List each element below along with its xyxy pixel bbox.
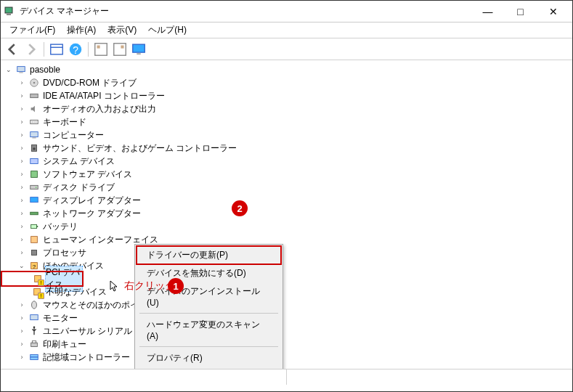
expander-icon[interactable]: › <box>17 78 27 88</box>
tree-node[interactable]: › システム デバイス <box>1 155 572 168</box>
svg-point-20 <box>36 121 36 122</box>
expander-icon[interactable]: › <box>17 352 27 362</box>
device-category-icon <box>28 77 40 89</box>
tree-node-label: DVD/CD-ROM ドライブ <box>43 77 137 89</box>
tree-node[interactable]: › コンピューター <box>1 128 572 142</box>
menu-help[interactable]: ヘルプ(H) <box>142 23 192 38</box>
svg-rect-22 <box>32 138 36 139</box>
menu-file[interactable]: ファイル(F) <box>4 23 61 38</box>
svg-rect-12 <box>17 67 25 72</box>
svg-rect-0 <box>5 7 12 13</box>
window-title: デバイス マネージャー <box>20 5 471 17</box>
minimize-button[interactable]: — <box>471 1 504 22</box>
expander-icon[interactable]: › <box>17 169 27 179</box>
expander-icon[interactable]: ⌄ <box>17 261 27 271</box>
view-button-2[interactable] <box>111 41 129 58</box>
tree-area[interactable]: ⌄ pasoble › DVD/CD-ROM ドライブ › IDE ATA/AT… <box>1 60 572 369</box>
svg-rect-2 <box>51 44 63 54</box>
tree-node-label: コンピューター <box>43 129 104 142</box>
expander-icon[interactable]: › <box>17 117 27 127</box>
tree-node[interactable]: › IDE ATA/ATAPI コントローラー <box>1 89 572 102</box>
svg-rect-30 <box>31 212 38 215</box>
expander-icon[interactable]: ⌄ <box>4 65 14 75</box>
close-button[interactable]: ✕ <box>537 1 569 22</box>
expander-icon[interactable]: › <box>17 234 27 245</box>
tree-node[interactable]: › 印刷キュー <box>1 338 572 351</box>
device-category-icon <box>28 312 40 324</box>
svg-rect-16 <box>31 94 38 97</box>
expander-icon[interactable]: › <box>17 208 27 219</box>
tree-node[interactable]: › マウスとそのほかのポインティング デバイス <box>1 298 572 311</box>
tree-node-unknown-device[interactable]: ! 不明なデバイス <box>1 285 572 298</box>
tree-root[interactable]: ⌄ pasoble <box>1 63 572 76</box>
tree-node[interactable]: › ディスプレイ アダプター <box>1 194 572 207</box>
tree-node[interactable]: › サウンド、ビデオ、およびゲーム コントローラー <box>1 142 572 155</box>
device-category-icon <box>28 247 40 258</box>
svg-rect-21 <box>31 132 38 137</box>
tree-node-label: モニター <box>43 312 78 324</box>
svg-point-39 <box>32 301 37 309</box>
toolbar-separator <box>88 42 89 57</box>
device-category-icon <box>28 129 40 141</box>
show-hidden-button[interactable] <box>48 41 65 58</box>
tree-node[interactable]: › プロセッサ <box>1 246 572 259</box>
titlebar: デバイス マネージャー — □ ✕ <box>1 1 572 23</box>
expander-icon[interactable]: › <box>17 300 27 310</box>
annotation-bubble-2: 2 <box>232 200 248 216</box>
svg-rect-6 <box>95 43 107 55</box>
expander-icon[interactable]: › <box>17 182 27 192</box>
expander-icon[interactable]: › <box>17 221 27 232</box>
device-category-icon <box>28 351 40 363</box>
tree-node[interactable]: › ユニバーサル シリアル バス コントローラー <box>1 324 572 338</box>
tree-node-label: サウンド、ビデオ、およびゲーム コントローラー <box>43 142 237 155</box>
expander-icon[interactable]: › <box>17 130 27 140</box>
svg-point-19 <box>33 121 34 122</box>
expander-icon[interactable]: › <box>17 339 27 349</box>
tree-node-label: ディスプレイ アダプター <box>43 195 141 207</box>
tree-node[interactable]: › DVD/CD-ROM ドライブ <box>1 76 572 89</box>
help-button[interactable]: ? <box>67 41 84 58</box>
tree-node[interactable]: › ネットワーク アダプター <box>1 207 572 220</box>
view-button-1[interactable] <box>92 41 110 58</box>
tree-node[interactable]: › 記憶域コントローラー <box>1 351 572 364</box>
device-category-icon <box>28 181 40 193</box>
expander-icon[interactable]: › <box>17 195 27 205</box>
expander-icon[interactable]: › <box>17 156 27 166</box>
tree-node-label: 記憶域コントローラー <box>43 351 130 364</box>
back-button[interactable] <box>4 41 21 58</box>
monitor-button[interactable] <box>130 41 147 58</box>
tree-node-pci-device[interactable]: ! PCI デバイス <box>2 272 82 285</box>
tree-node[interactable]: › ヒューマン インターフェイス <box>1 233 572 246</box>
menu-view[interactable]: 表示(V) <box>102 23 142 38</box>
menu-properties[interactable]: プロパティ(R) <box>137 349 281 367</box>
svg-rect-25 <box>31 159 38 164</box>
menu-scan-hardware[interactable]: ハードウェア変更のスキャン(A) <box>137 316 281 344</box>
expander-icon[interactable]: › <box>17 91 27 101</box>
tree-node[interactable]: › モニター <box>1 311 572 324</box>
menu-action[interactable]: 操作(A) <box>61 23 102 38</box>
forward-button[interactable] <box>23 41 40 58</box>
svg-rect-44 <box>31 355 38 358</box>
status-panel <box>1 369 287 385</box>
expander-icon[interactable]: › <box>17 326 27 336</box>
statusbar <box>1 369 572 385</box>
maximize-button[interactable]: □ <box>504 1 537 22</box>
tree-node[interactable]: ⌄ ? ほかのデバイス <box>1 259 572 272</box>
tree-node[interactable]: › オーディオの入力および出力 <box>1 102 572 115</box>
device-category-icon <box>28 90 40 102</box>
svg-point-15 <box>33 82 36 84</box>
svg-rect-7 <box>97 45 100 48</box>
expander-icon[interactable]: › <box>17 104 27 114</box>
tree-node[interactable]: › ディスク ドライブ <box>1 181 572 194</box>
tree-node[interactable]: › ソフトウェア デバイス <box>1 168 572 181</box>
expander-icon[interactable]: › <box>17 143 27 153</box>
expander-icon[interactable]: › <box>17 313 27 323</box>
svg-text:?: ? <box>73 44 78 55</box>
svg-rect-34 <box>32 250 37 256</box>
tree-node-label: オーディオの入力および出力 <box>43 103 156 115</box>
menu-update-driver[interactable]: ドライバーの更新(P) <box>137 246 281 264</box>
svg-rect-33 <box>31 237 38 243</box>
tree-node[interactable]: › バッテリ <box>1 220 572 233</box>
expander-icon[interactable]: › <box>17 248 27 258</box>
tree-node[interactable]: › キーボード <box>1 115 572 128</box>
